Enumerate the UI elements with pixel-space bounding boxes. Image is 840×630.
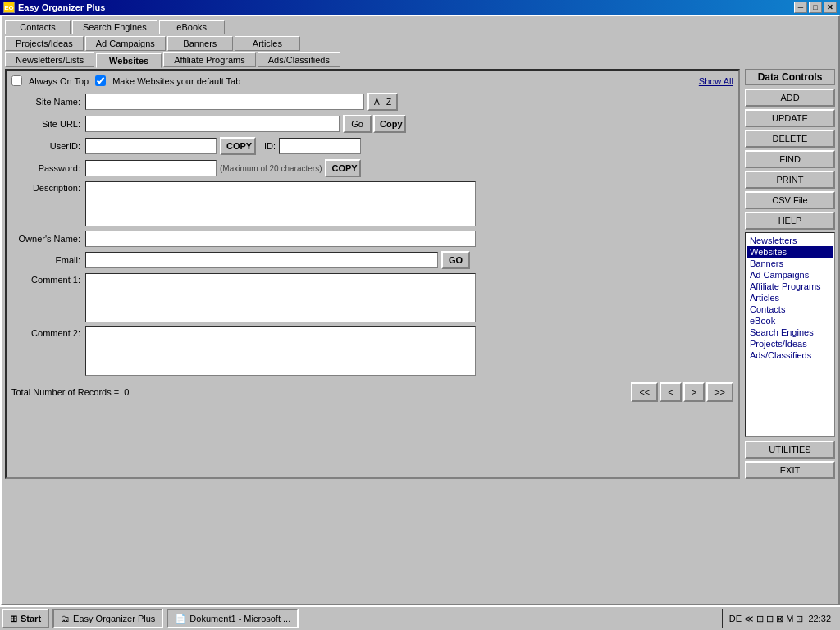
tab-row-3: Newsletters/Lists Websites Affiliate Pro… [5, 52, 835, 67]
owners-name-label: Owner's Name: [11, 234, 85, 244]
find-button[interactable]: FIND [745, 150, 835, 168]
tab-articles[interactable]: Articles [235, 36, 300, 51]
help-button[interactable]: HELP [745, 212, 835, 230]
print-button[interactable]: PRINT [745, 171, 835, 189]
dc-list-item[interactable]: Newsletters [747, 235, 833, 246]
taskbar-icon-1: 🗂 [61, 614, 70, 623]
tab-ads-classifieds[interactable]: Ads/Classifieds [258, 52, 340, 67]
add-button[interactable]: ADD [745, 89, 835, 107]
email-row: Email: GO [11, 251, 733, 269]
left-panel: Always On Top Make Websites your default… [5, 69, 740, 479]
app-title: Easy Organizer Plus [18, 2, 105, 12]
copy-password-button[interactable]: COPY [325, 159, 361, 177]
exit-button[interactable]: EXIT [745, 461, 835, 479]
taskbar-word[interactable]: 📄 Dokument1 - Microsoft ... [167, 609, 299, 628]
nav-next-button[interactable]: > [683, 382, 705, 402]
title-bar: EO Easy Organizer Plus ─ □ ✕ [0, 0, 840, 15]
tray-icons: DE ≪ ⊞ ⊟ ⊠ M ⊡ [729, 614, 804, 624]
tab-projects-ideas[interactable]: Projects/Ideas [5, 36, 84, 51]
comment2-textarea[interactable] [85, 326, 476, 376]
nav-buttons: << < > >> [631, 382, 733, 402]
owners-name-input[interactable] [85, 231, 476, 247]
start-icon: ⊞ [10, 614, 17, 624]
maximize-button[interactable]: □ [809, 2, 822, 13]
nav-last-button[interactable]: >> [706, 382, 733, 402]
csv-button[interactable]: CSV File [745, 191, 835, 209]
comment1-row: Comment 1: [11, 273, 733, 322]
tab-newsletters-lists[interactable]: Newsletters/Lists [5, 52, 94, 67]
description-label: Description: [11, 181, 85, 193]
site-url-row: Site URL: Go Copy [11, 115, 733, 133]
copy-url-button[interactable]: Copy [373, 115, 406, 133]
show-all-link[interactable]: Show All [699, 76, 733, 86]
dc-list-item[interactable]: Contacts [747, 304, 833, 315]
site-name-input[interactable] [85, 94, 364, 110]
dc-list-item[interactable]: Search Engines [747, 326, 833, 338]
id-label: ID: [264, 141, 276, 151]
make-default-label: Make Websites your default Tab [112, 76, 240, 86]
taskbar: ⊞ Start 🗂 Easy Organizer Plus 📄 Dokument… [0, 605, 840, 630]
always-on-top-checkbox[interactable] [11, 75, 22, 86]
tab-ebooks[interactable]: eBooks [159, 20, 225, 34]
dc-list-item[interactable]: Websites [747, 246, 833, 258]
tab-row-1: Contacts Search Engines eBooks [5, 20, 835, 34]
dc-list-item[interactable]: Articles [747, 292, 833, 304]
go-url-button[interactable]: Go [343, 115, 372, 133]
password-label: Password: [11, 163, 85, 173]
dc-list-item[interactable]: Ad Campaigns [747, 269, 833, 281]
dc-list-item[interactable]: Affiliate Programs [747, 281, 833, 292]
tab-banners[interactable]: Banners [167, 36, 233, 51]
copy-userid-button[interactable]: COPY [220, 137, 256, 155]
go-email-button[interactable]: GO [441, 251, 470, 269]
max-chars-text: (Maximum of 20 characters) [220, 164, 322, 173]
always-on-top-label: Always On Top [29, 76, 89, 86]
userid-row: UserID: COPY ID: [11, 137, 733, 155]
update-button[interactable]: UPDATE [745, 109, 835, 127]
password-row: Password: (Maximum of 20 characters) COP… [11, 159, 733, 177]
close-button[interactable]: ✕ [824, 2, 837, 13]
userid-input[interactable] [85, 138, 217, 154]
az-button[interactable]: A - Z [368, 93, 398, 111]
nav-prev-button[interactable]: < [660, 382, 681, 402]
tab-row-2: Projects/Ideas Ad Campaigns Banners Arti… [5, 36, 835, 51]
start-button[interactable]: ⊞ Start [2, 609, 49, 628]
total-records-value: 0 [124, 387, 129, 397]
site-url-input[interactable] [85, 116, 340, 132]
password-input[interactable] [85, 160, 217, 176]
minimize-button[interactable]: ─ [794, 2, 807, 13]
utilities-button[interactable]: UTILITIES [745, 441, 835, 459]
tab-websites[interactable]: Websites [96, 53, 162, 68]
comment2-label: Comment 2: [11, 326, 85, 338]
dc-list-item[interactable]: eBook [747, 315, 833, 326]
comment1-textarea[interactable] [85, 273, 476, 322]
site-name-row: Site Name: A - Z [11, 93, 733, 111]
taskbar-icon-2: 📄 [175, 614, 186, 624]
always-on-top-row: Always On Top Make Websites your default… [11, 75, 733, 86]
navigation-row: Total Number of Records = 0 << < > >> [11, 382, 733, 402]
data-controls-title: Data Controls [745, 69, 835, 85]
taskbar-item1-label: Easy Organizer Plus [73, 614, 155, 623]
dc-list-item[interactable]: Ads/Classifieds [747, 349, 833, 361]
taskbar-tray: DE ≪ ⊞ ⊟ ⊠ M ⊡ 22:32 [722, 609, 838, 628]
site-url-label: Site URL: [11, 119, 85, 129]
email-input[interactable] [85, 252, 438, 268]
dc-list-item[interactable]: Projects/Ideas [747, 338, 833, 349]
dc-list: NewslettersWebsitesBannersAd CampaignsAf… [745, 232, 835, 437]
taskbar-easy-organizer[interactable]: 🗂 Easy Organizer Plus [52, 609, 163, 628]
dc-list-item[interactable]: Banners [747, 258, 833, 269]
tab-affiliate-programs[interactable]: Affiliate Programs [163, 52, 256, 67]
nav-first-button[interactable]: << [631, 382, 658, 402]
tab-ad-campaigns[interactable]: Ad Campaigns [85, 36, 166, 51]
make-default-checkbox[interactable] [95, 75, 106, 86]
tab-search-engines[interactable]: Search Engines [72, 20, 158, 34]
comment1-label: Comment 1: [11, 273, 85, 285]
userid-label: UserID: [11, 141, 85, 151]
tab-contacts[interactable]: Contacts [5, 20, 71, 34]
delete-button[interactable]: DELETE [745, 130, 835, 148]
owners-name-row: Owner's Name: [11, 231, 733, 247]
content-wrapper: Always On Top Make Websites your default… [2, 69, 838, 482]
comment2-row: Comment 2: [11, 326, 733, 376]
description-textarea[interactable] [85, 181, 476, 226]
app-icon: EO [3, 2, 15, 13]
id-input[interactable] [279, 138, 361, 154]
